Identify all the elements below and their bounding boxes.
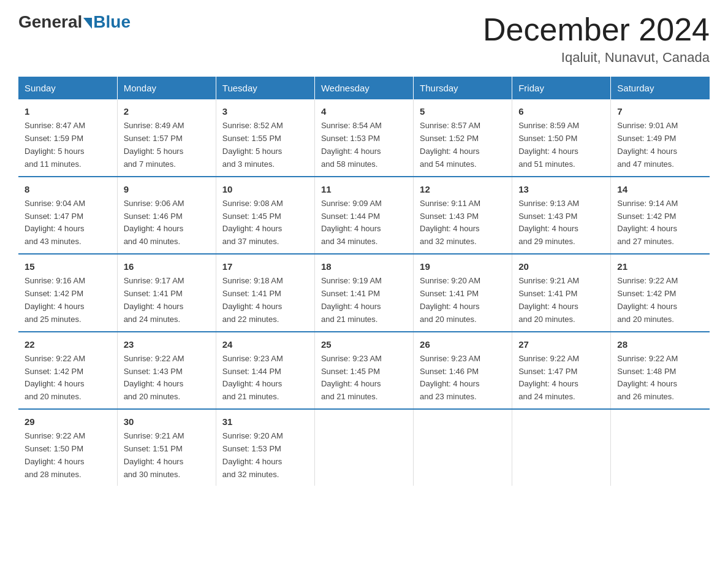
calendar-cell: 3Sunrise: 8:52 AMSunset: 1:55 PMDaylight…	[216, 99, 314, 176]
calendar-cell: 2Sunrise: 8:49 AMSunset: 1:57 PMDaylight…	[117, 99, 216, 176]
day-number: 31	[222, 415, 308, 429]
day-number: 18	[321, 259, 407, 274]
day-number: 7	[617, 104, 703, 118]
day-info: Sunrise: 9:11 AMSunset: 1:43 PMDaylight:…	[420, 197, 506, 248]
day-info: Sunrise: 9:22 AMSunset: 1:42 PMDaylight:…	[617, 275, 703, 326]
day-info: Sunrise: 9:20 AMSunset: 1:53 PMDaylight:…	[222, 430, 308, 481]
day-info: Sunrise: 9:09 AMSunset: 1:44 PMDaylight:…	[321, 197, 407, 248]
day-number: 13	[518, 182, 604, 196]
day-number: 29	[25, 415, 111, 429]
logo-general-text: General	[18, 12, 82, 32]
day-number: 1	[25, 104, 111, 118]
day-number: 22	[25, 337, 111, 351]
day-info: Sunrise: 9:17 AMSunset: 1:41 PMDaylight:…	[124, 275, 210, 326]
calendar-cell: 7Sunrise: 9:01 AMSunset: 1:49 PMDaylight…	[611, 99, 710, 176]
calendar-cell: 15Sunrise: 9:16 AMSunset: 1:42 PMDayligh…	[18, 254, 117, 331]
day-info: Sunrise: 9:23 AMSunset: 1:46 PMDaylight:…	[420, 353, 506, 404]
calendar-cell: 24Sunrise: 9:23 AMSunset: 1:44 PMDayligh…	[216, 332, 314, 409]
calendar-cell: 21Sunrise: 9:22 AMSunset: 1:42 PMDayligh…	[611, 254, 710, 331]
calendar-cell	[512, 409, 611, 486]
day-number: 14	[617, 182, 703, 196]
day-info: Sunrise: 8:47 AMSunset: 1:59 PMDaylight:…	[25, 120, 111, 170]
header-col-monday: Monday	[117, 77, 216, 99]
calendar-week-3: 15Sunrise: 9:16 AMSunset: 1:42 PMDayligh…	[18, 254, 710, 331]
day-info: Sunrise: 9:22 AMSunset: 1:42 PMDaylight:…	[25, 353, 111, 404]
calendar-cell	[611, 409, 710, 486]
day-info: Sunrise: 9:22 AMSunset: 1:48 PMDaylight:…	[617, 353, 703, 404]
header-col-saturday: Saturday	[611, 77, 710, 99]
calendar-week-4: 22Sunrise: 9:22 AMSunset: 1:42 PMDayligh…	[18, 332, 710, 409]
day-number: 10	[222, 182, 308, 196]
calendar-cell: 31Sunrise: 9:20 AMSunset: 1:53 PMDayligh…	[216, 409, 314, 486]
calendar-title: December 2024	[483, 12, 710, 47]
day-info: Sunrise: 9:19 AMSunset: 1:41 PMDaylight:…	[321, 275, 407, 326]
day-info: Sunrise: 9:01 AMSunset: 1:49 PMDaylight:…	[617, 120, 703, 170]
day-info: Sunrise: 8:57 AMSunset: 1:52 PMDaylight:…	[420, 120, 506, 170]
day-info: Sunrise: 9:13 AMSunset: 1:43 PMDaylight:…	[518, 197, 604, 248]
day-number: 2	[124, 104, 210, 118]
calendar-subtitle: Iqaluit, Nunavut, Canada	[483, 50, 710, 66]
day-number: 4	[321, 104, 407, 118]
day-info: Sunrise: 9:14 AMSunset: 1:42 PMDaylight:…	[617, 197, 703, 248]
calendar-week-1: 1Sunrise: 8:47 AMSunset: 1:59 PMDaylight…	[18, 99, 710, 176]
day-number: 30	[124, 415, 210, 429]
day-info: Sunrise: 8:54 AMSunset: 1:53 PMDaylight:…	[321, 120, 407, 170]
calendar-cell: 19Sunrise: 9:20 AMSunset: 1:41 PMDayligh…	[414, 254, 512, 331]
calendar-cell: 20Sunrise: 9:21 AMSunset: 1:41 PMDayligh…	[512, 254, 611, 331]
calendar-cell: 18Sunrise: 9:19 AMSunset: 1:41 PMDayligh…	[314, 254, 413, 331]
title-block: December 2024 Iqaluit, Nunavut, Canada	[483, 12, 710, 66]
calendar-cell: 13Sunrise: 9:13 AMSunset: 1:43 PMDayligh…	[512, 177, 611, 254]
day-number: 12	[420, 182, 506, 196]
day-info: Sunrise: 9:22 AMSunset: 1:50 PMDaylight:…	[25, 430, 111, 481]
day-number: 8	[25, 182, 111, 196]
day-info: Sunrise: 9:23 AMSunset: 1:44 PMDaylight:…	[222, 353, 308, 404]
day-info: Sunrise: 9:18 AMSunset: 1:41 PMDaylight:…	[222, 275, 308, 326]
calendar-body: 1Sunrise: 8:47 AMSunset: 1:59 PMDaylight…	[18, 99, 710, 486]
day-info: Sunrise: 9:04 AMSunset: 1:47 PMDaylight:…	[25, 197, 111, 248]
header-col-friday: Friday	[512, 77, 611, 99]
calendar-cell: 9Sunrise: 9:06 AMSunset: 1:46 PMDaylight…	[117, 177, 216, 254]
day-number: 19	[420, 259, 506, 274]
calendar-cell: 5Sunrise: 8:57 AMSunset: 1:52 PMDaylight…	[414, 99, 512, 176]
day-number: 11	[321, 182, 407, 196]
calendar-cell: 29Sunrise: 9:22 AMSunset: 1:50 PMDayligh…	[18, 409, 117, 486]
day-info: Sunrise: 9:22 AMSunset: 1:47 PMDaylight:…	[518, 353, 604, 404]
calendar-cell: 22Sunrise: 9:22 AMSunset: 1:42 PMDayligh…	[18, 332, 117, 409]
day-info: Sunrise: 9:20 AMSunset: 1:41 PMDaylight:…	[420, 275, 506, 326]
calendar-cell: 6Sunrise: 8:59 AMSunset: 1:50 PMDaylight…	[512, 99, 611, 176]
day-number: 21	[617, 259, 703, 274]
day-info: Sunrise: 8:52 AMSunset: 1:55 PMDaylight:…	[222, 120, 308, 170]
calendar-header: SundayMondayTuesdayWednesdayThursdayFrid…	[18, 77, 710, 99]
header-col-wednesday: Wednesday	[314, 77, 413, 99]
calendar-cell: 16Sunrise: 9:17 AMSunset: 1:41 PMDayligh…	[117, 254, 216, 331]
day-number: 17	[222, 259, 308, 274]
day-info: Sunrise: 9:21 AMSunset: 1:51 PMDaylight:…	[124, 430, 210, 481]
day-info: Sunrise: 9:06 AMSunset: 1:46 PMDaylight:…	[124, 197, 210, 248]
calendar-week-5: 29Sunrise: 9:22 AMSunset: 1:50 PMDayligh…	[18, 409, 710, 486]
calendar-cell: 30Sunrise: 9:21 AMSunset: 1:51 PMDayligh…	[117, 409, 216, 486]
header-row: SundayMondayTuesdayWednesdayThursdayFrid…	[18, 77, 710, 99]
calendar-cell: 23Sunrise: 9:22 AMSunset: 1:43 PMDayligh…	[117, 332, 216, 409]
calendar-cell: 27Sunrise: 9:22 AMSunset: 1:47 PMDayligh…	[512, 332, 611, 409]
day-number: 15	[25, 259, 111, 274]
calendar-cell: 1Sunrise: 8:47 AMSunset: 1:59 PMDaylight…	[18, 99, 117, 176]
calendar-cell: 4Sunrise: 8:54 AMSunset: 1:53 PMDaylight…	[314, 99, 413, 176]
day-number: 3	[222, 104, 308, 118]
day-info: Sunrise: 9:16 AMSunset: 1:42 PMDaylight:…	[25, 275, 111, 326]
header-col-thursday: Thursday	[414, 77, 512, 99]
day-number: 24	[222, 337, 308, 351]
day-number: 26	[420, 337, 506, 351]
calendar-week-2: 8Sunrise: 9:04 AMSunset: 1:47 PMDaylight…	[18, 177, 710, 254]
calendar-cell: 12Sunrise: 9:11 AMSunset: 1:43 PMDayligh…	[414, 177, 512, 254]
calendar-cell	[414, 409, 512, 486]
logo-blue-text: Blue	[93, 12, 131, 32]
calendar-cell: 10Sunrise: 9:08 AMSunset: 1:45 PMDayligh…	[216, 177, 314, 254]
calendar-cell	[314, 409, 413, 486]
header-col-tuesday: Tuesday	[216, 77, 314, 99]
day-info: Sunrise: 9:21 AMSunset: 1:41 PMDaylight:…	[518, 275, 604, 326]
day-number: 5	[420, 104, 506, 118]
page-header: General Blue December 2024 Iqaluit, Nuna…	[18, 12, 710, 66]
calendar-cell: 17Sunrise: 9:18 AMSunset: 1:41 PMDayligh…	[216, 254, 314, 331]
calendar-cell: 8Sunrise: 9:04 AMSunset: 1:47 PMDaylight…	[18, 177, 117, 254]
day-info: Sunrise: 9:08 AMSunset: 1:45 PMDaylight:…	[222, 197, 308, 248]
